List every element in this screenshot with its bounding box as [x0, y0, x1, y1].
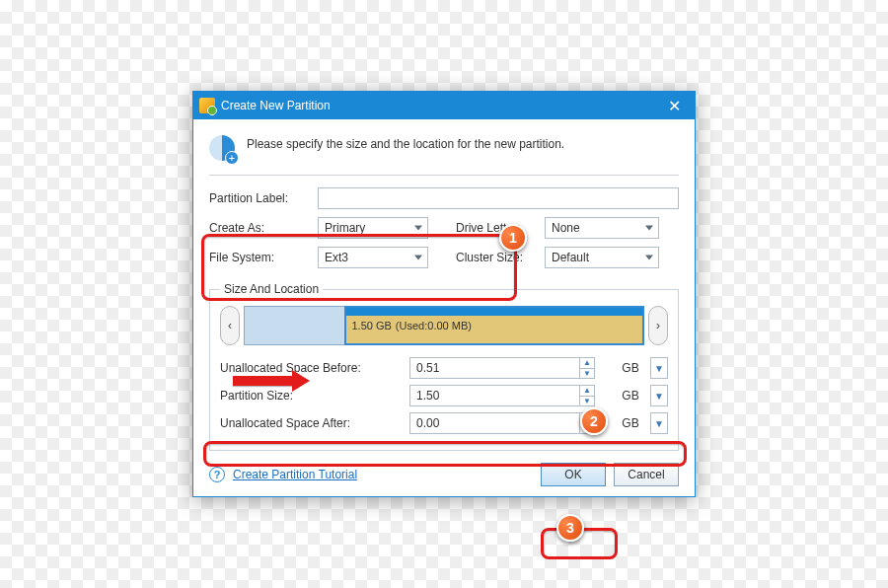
unallocated-before-region[interactable] [244, 306, 344, 345]
unalloc-before-up[interactable]: ▲ [580, 358, 594, 369]
unit-unalloc-after-dd[interactable]: ▼ [650, 412, 668, 434]
partition-size-spinner[interactable]: ▲ ▼ [409, 385, 595, 406]
annotation-box-3 [541, 528, 618, 559]
cancel-button[interactable]: Cancel [614, 463, 679, 486]
partition-size-input[interactable] [410, 386, 579, 405]
partition-size-down[interactable]: ▼ [580, 397, 594, 406]
unalloc-after-input[interactable] [410, 413, 579, 433]
label-create-as: Create As: [209, 221, 318, 235]
unit-unalloc-before-dd[interactable]: ▼ [650, 357, 668, 379]
partition-pie-icon: + [209, 135, 235, 161]
ok-button[interactable]: OK [541, 463, 606, 486]
disk-track[interactable]: 1.50 GB (Used:0.00 MB) [244, 306, 644, 345]
label-partition-label: Partition Label: [209, 191, 318, 205]
unalloc-before-down[interactable]: ▼ [580, 369, 594, 379]
intro-text: Please specify the size and the location… [247, 133, 564, 151]
partition-region[interactable]: 1.50 GB (Used:0.00 MB) [344, 306, 645, 345]
label-file-system: File System: [209, 251, 318, 264]
close-button[interactable]: ✕ [659, 97, 689, 115]
unalloc-before-input[interactable] [410, 358, 579, 378]
unit-partition-size-dd[interactable]: ▼ [650, 385, 668, 406]
size-and-location-legend: Size And Location [220, 282, 323, 296]
slider-right-handle[interactable]: › [648, 306, 668, 345]
create-as-combo[interactable]: Primary [318, 217, 428, 239]
annotation-bubble-3: 3 [556, 514, 584, 542]
partition-region-size: 1.50 GB [352, 320, 392, 331]
help-icon: ? [209, 467, 225, 482]
unit-partition-size: GB [613, 389, 648, 403]
unit-unalloc-after: GB [613, 416, 648, 430]
drive-letter-combo[interactable]: None [545, 217, 659, 239]
app-icon [199, 98, 215, 113]
label-partition-size: Partition Size: [220, 389, 407, 403]
size-and-location-group: Size And Location ‹ 1.50 GB (Used:0.00 M… [209, 282, 679, 451]
tutorial-link[interactable]: Create Partition Tutorial [233, 468, 357, 481]
slider-left-handle[interactable]: ‹ [220, 306, 240, 345]
cluster-size-combo[interactable]: Default [545, 247, 659, 268]
file-system-combo[interactable]: Ext3 [318, 247, 428, 268]
window-title: Create New Partition [221, 99, 331, 112]
unalloc-before-spinner[interactable]: ▲ ▼ [409, 357, 595, 379]
label-unalloc-before: Unallocated Space Before: [220, 361, 407, 375]
unalloc-after-down[interactable]: ▼ [580, 424, 594, 434]
partition-region-used: (Used:0.00 MB) [396, 320, 472, 331]
titlebar: Create New Partition ✕ [193, 92, 695, 119]
partition-label-input[interactable] [318, 187, 679, 209]
label-unalloc-after: Unallocated Space After: [220, 416, 407, 430]
create-partition-dialog: 1 2 3 Create New Partition ✕ + Please sp… [192, 91, 696, 497]
partition-size-up[interactable]: ▲ [580, 386, 594, 397]
unalloc-after-spinner[interactable]: ▲ ▼ [409, 412, 595, 434]
unit-unalloc-before: GB [613, 361, 648, 375]
unalloc-after-up[interactable]: ▲ [580, 413, 594, 424]
